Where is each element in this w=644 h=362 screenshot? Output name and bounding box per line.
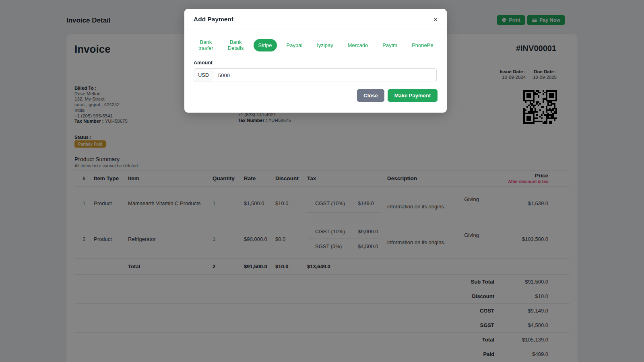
add-payment-modal: Add Payment × Bank trasfer Bank Details … — [184, 9, 447, 113]
currency-addon: USD — [194, 69, 213, 82]
tab-bank-details[interactable]: Bank Details — [223, 36, 249, 54]
modal-footer: Close Make Payment — [194, 89, 438, 102]
make-payment-button[interactable]: Make Payment — [388, 89, 438, 102]
amount-label: Amount — [194, 60, 438, 66]
amount-input[interactable] — [213, 69, 436, 82]
modal-body: Bank trasfer Bank Details Stripe Paypal … — [184, 29, 447, 110]
tab-phonepe[interactable]: PhonePe — [407, 39, 438, 51]
amount-input-group: USD — [194, 68, 437, 82]
close-icon[interactable]: × — [433, 16, 438, 23]
modal-title: Add Payment — [194, 16, 233, 23]
tab-paypal[interactable]: Paypal — [282, 39, 308, 51]
payment-method-tabs: Bank trasfer Bank Details Stripe Paypal … — [194, 36, 438, 54]
tab-mercado[interactable]: Mercado — [343, 39, 373, 51]
tab-paytm[interactable]: Paytm — [378, 39, 402, 51]
tab-stripe[interactable]: Stripe — [254, 39, 277, 51]
tab-bank-transfer[interactable]: Bank trasfer — [194, 36, 218, 54]
tab-iyzipay[interactable]: Iyzipay — [312, 39, 338, 51]
modal-header: Add Payment × — [184, 9, 447, 29]
close-button[interactable]: Close — [357, 89, 384, 102]
